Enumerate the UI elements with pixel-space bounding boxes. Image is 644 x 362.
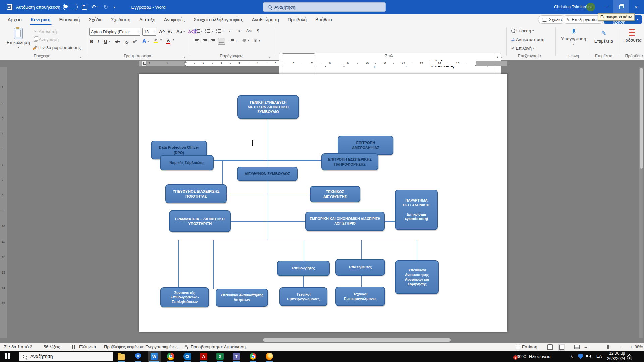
org-box-ceo[interactable]: ΔΙΕΥΘΥΝΩΝ ΣΥΜΒΟΥΛΟΣ [237, 167, 298, 181]
paragraph-dialog-launcher[interactable]: ⌟ [269, 54, 271, 58]
title-search-box[interactable]: Αναζήτηση [263, 2, 386, 12]
increase-indent-button[interactable]: ⇥ [237, 29, 240, 33]
decrease-indent-button[interactable]: ⇤ [229, 29, 232, 33]
vertical-scrollbar[interactable] [639, 67, 643, 338]
line-spacing-button[interactable]: ↕▾ [228, 39, 237, 43]
org-box-inspection-coordinator[interactable]: Συντονιστής Επιθεωρήσεων - Επαληθεύσεων [160, 287, 209, 307]
grow-font-button[interactable]: A^ [159, 29, 165, 34]
weather-widget[interactable]: 1 30°C Ηλιοφάνεια [514, 351, 551, 362]
tab-design[interactable]: Σχεδίαση [107, 14, 135, 25]
language-indicator[interactable]: Ελληνικά [79, 343, 96, 351]
vertical-ruler[interactable]: 123456789101112131415 [0, 67, 7, 338]
zoom-slider[interactable] [590, 343, 621, 351]
zoom-percentage[interactable]: 98% [635, 343, 643, 351]
save-button[interactable] [82, 0, 87, 14]
org-box-technical-experts-1[interactable]: Τεχνικοί Εμπειρογνώμονες [279, 287, 327, 306]
org-box-quality-manager[interactable]: ΥΠΕΥΘΥΝΟΣ ΔΙΑΧΕΙΡΙΣΗΣ ΠΟΙΟΤΗΤΑΣ [165, 184, 227, 203]
font-color-dropdown[interactable]: ▾ [173, 38, 174, 41]
accessibility-status[interactable]: Προσβασιμότητα: Διερεύνηση [191, 343, 246, 351]
chrome-icon[interactable] [164, 351, 177, 362]
font-dialog-launcher[interactable]: ⌟ [184, 54, 185, 58]
restore-button[interactable] [613, 0, 629, 14]
org-box-report-review-managers[interactable]: Υπεύθυνοι Ανασκόπησης Αναφορών και Χορήγ… [395, 260, 439, 294]
text-effects-button[interactable]: A▾ [142, 38, 149, 44]
strikethrough-button[interactable]: ab [115, 39, 120, 44]
highlight-dropdown[interactable]: ▾ [160, 38, 162, 41]
addins-button[interactable]: Πρόσθετα [621, 29, 643, 43]
bullets-button[interactable]: ▾ [195, 29, 202, 33]
web-layout-button[interactable] [574, 343, 580, 351]
org-box-internal-information-committee[interactable]: ΕΠΙΤΡΟΠΗ ΕΣΩΤΕΡΙΚΗΣ ΠΛΗΡΟΦΟΡΗΣΗΣ [321, 153, 378, 170]
org-box-secretariat[interactable]: ΓΡΑΜΜΑΤΕΙΑ – ΔΙΟΙΚΗΤΙΚΗ ΥΠΟΣΤΗΡΙΞΗ [169, 210, 231, 232]
tab-stop-selector[interactable] [142, 61, 147, 66]
align-left-button[interactable] [195, 39, 199, 43]
tab-references[interactable]: Αναφορές [160, 14, 189, 25]
firefox-icon[interactable] [263, 351, 276, 362]
autosave-toggle[interactable] [63, 0, 78, 14]
tray-expand-chevron-icon[interactable]: ∧ [570, 351, 573, 362]
page-indicator[interactable]: Σελίδα 1 από 2 [4, 343, 32, 351]
close-button[interactable]: ✕ [629, 0, 644, 14]
bold-button[interactable]: B [90, 39, 93, 44]
security-shield-icon[interactable] [578, 351, 583, 362]
word-count[interactable]: 56 λέξεις [44, 343, 60, 351]
text-predictions[interactable]: Προβλέψεις κειμένου: Ενεργοποιημένες [104, 343, 177, 351]
org-box-verifiers[interactable]: Επαληθευτές [335, 259, 385, 276]
document-page[interactable]: ΓΕΝΙΚΗ ΣΥΝΕΛΕΥΣΗ ΜΕΤΟΧΩΝ ΔΙΟΙΚΗΤΙΚΟ ΣΥΜΒ… [139, 74, 507, 332]
font-size-combo[interactable]: 13▾ [142, 28, 156, 36]
taskbar-search-box[interactable]: Αναζήτηση [19, 352, 113, 361]
avatar[interactable]: CT [586, 0, 595, 14]
tab-file[interactable]: Αρχείο [3, 14, 26, 25]
org-box-technical-director[interactable]: ΤΕΧΝΙΚΟΣ ΔΙΕΥΘΥΝΤΗΣ [310, 186, 360, 202]
find-button[interactable]: Εύρεση▾ [511, 28, 534, 33]
tab-insert[interactable]: Εισαγωγή [55, 14, 85, 25]
numbering-button[interactable]: ▾ [205, 29, 213, 33]
outlook-icon[interactable]: O [180, 351, 194, 362]
volume-icon[interactable] [586, 351, 591, 362]
redo-button[interactable]: ↻ [103, 0, 108, 14]
font-name-combo[interactable]: Aptos Display (Επικε▾ [89, 28, 140, 36]
org-box-application-review-managers[interactable]: Υπεύθυνοι Ανασκόπησης Αιτήσεων [216, 289, 268, 307]
tab-review[interactable]: Αναθεώρηση [248, 14, 283, 25]
org-box-inspectors[interactable]: Επιθεωρητές [277, 261, 330, 276]
styles-more-button[interactable]: ≡ [494, 67, 500, 74]
org-box-impartiality-committee[interactable]: ΕΠΙΤΡΟΠΗ ΑΜΕΡΟΛΗΨΙΑΣ [338, 136, 393, 155]
change-case-button[interactable]: Aa▾ [176, 29, 185, 34]
zoom-out-button[interactable]: − [584, 343, 587, 351]
notification-center[interactable]: 5 [629, 351, 630, 362]
copy-button[interactable]: Αντιγραφή [34, 37, 59, 42]
shrink-font-button[interactable]: A˅ [168, 29, 172, 34]
tab-home[interactable]: Κεντρική [26, 14, 55, 25]
minimize-button[interactable] [598, 0, 613, 14]
horizontal-scrollbar[interactable] [263, 338, 451, 342]
italic-button[interactable]: I [97, 39, 99, 44]
defender-shield-icon[interactable]: ⊞ [131, 351, 145, 362]
print-layout-button[interactable] [559, 343, 564, 351]
clock[interactable]: 12:30 μμ26/8/2024 [607, 351, 625, 362]
teams-icon[interactable]: T [230, 351, 243, 362]
undo-button[interactable]: ↶▾ [91, 0, 98, 14]
first-line-indent-marker[interactable] [184, 61, 187, 63]
styles-scroll-up[interactable]: ▴ [494, 53, 500, 60]
dictate-button[interactable]: Υπαγόρευση▾ [561, 29, 586, 46]
editor-button[interactable]: ✎ Επιμέλεια [591, 29, 616, 44]
tab-mailings[interactable]: Στοιχεία αλληλογραφίας [189, 14, 247, 25]
clipboard-dialog-launcher[interactable]: ⌟ [80, 54, 82, 58]
org-box-commercial-financial[interactable]: ΕΜΠΟΡΙΚΗ ΚΑΙ ΟΙΚΟΝΟΜΙΚΗ ΔΙΑΧΕΙΡΙΣΗ ΛΟΓΙΣ… [305, 212, 385, 231]
read-mode-button[interactable] [547, 343, 553, 351]
superscript-button[interactable]: x² [133, 39, 137, 44]
chrome-profile-icon[interactable] [246, 351, 260, 362]
justify-button[interactable] [218, 38, 225, 45]
file-explorer-icon[interactable] [115, 351, 128, 362]
tab-view[interactable]: Προβολή [283, 14, 311, 25]
cut-button[interactable]: ✂Αποκοπή [34, 29, 57, 34]
paste-button[interactable]: Επικόλληση▾ [7, 28, 30, 49]
zoom-in-button[interactable]: + [630, 343, 632, 351]
left-indent-marker[interactable] [184, 65, 187, 66]
align-right-button[interactable] [211, 39, 215, 43]
font-color-button[interactable]: A [166, 38, 170, 44]
shading-button[interactable]: ▾ [242, 39, 249, 42]
tab-help[interactable]: Βοήθεια [311, 14, 336, 25]
show-paragraph-marks-button[interactable]: ¶ [257, 28, 259, 34]
acrobat-icon[interactable]: A [197, 351, 210, 362]
